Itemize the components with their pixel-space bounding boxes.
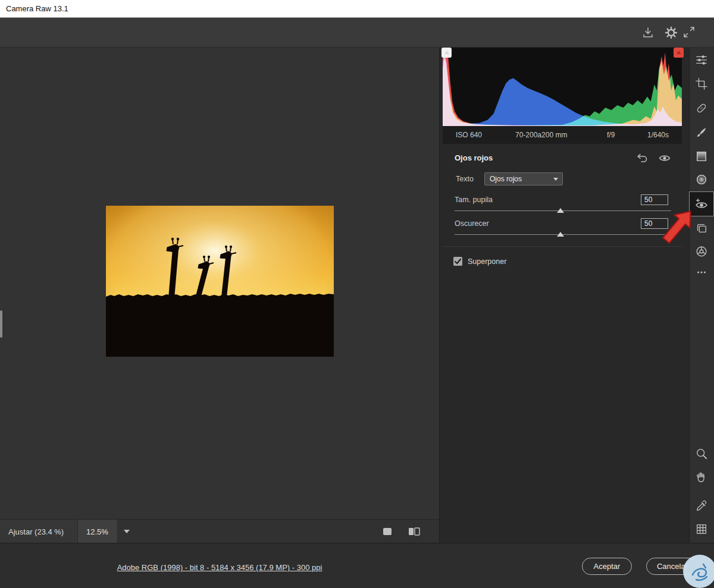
lens-value: 70-200a200 mm <box>515 131 567 139</box>
darken-label: Oscurecer <box>455 219 489 228</box>
chevron-down-icon <box>124 530 130 533</box>
top-toolbar <box>0 18 714 48</box>
shadow-clipping-indicator[interactable] <box>441 48 452 58</box>
texto-label: Texto <box>456 175 474 183</box>
watermark-logo <box>681 552 714 588</box>
pupil-size-slider-thumb[interactable] <box>557 208 564 213</box>
save-image-icon[interactable] <box>641 26 655 40</box>
canvas-status-bar: Ajustar (23.4 %) 12.5% <box>0 519 439 543</box>
current-zoom-tab[interactable]: 12.5% <box>77 520 118 543</box>
redeye-type-dropdown[interactable]: Ojos rojos <box>484 172 563 185</box>
color-sampler-icon[interactable] <box>690 494 713 518</box>
chevron-down-icon <box>553 178 558 181</box>
workflow-options-link[interactable]: Adobe RGB (1998) - bit 8 - 5184 x 3456 (… <box>117 563 322 572</box>
exif-metadata-row: ISO 640 70-200a200 mm f/9 1/640s <box>443 126 682 144</box>
panel-separator <box>443 246 683 247</box>
zoom-dropdown-button[interactable] <box>119 520 134 543</box>
photo-preview[interactable] <box>106 206 334 357</box>
workflow-options[interactable]: Adobe RGB (1998) - bit 8 - 5184 x 3456 (… <box>0 562 439 573</box>
pupil-size-label: Tam. pupila <box>455 196 493 204</box>
sunset-giraffe-photo <box>106 206 334 357</box>
zoom-tool-icon[interactable] <box>690 442 713 466</box>
overlay-checkbox[interactable] <box>453 257 462 266</box>
aperture-value: f/9 <box>607 131 615 139</box>
spot-removal-icon[interactable] <box>690 96 713 120</box>
grid-overlay-icon[interactable] <box>690 517 713 541</box>
window-title: Camera Raw 13.1 <box>6 4 68 13</box>
hand-tool-icon[interactable] <box>690 465 713 489</box>
eye-visibility-icon[interactable] <box>658 153 671 163</box>
undo-icon[interactable] <box>635 152 649 164</box>
panel-title: Ojos rojos <box>455 153 493 162</box>
darken-slider-thumb[interactable] <box>557 232 564 237</box>
camera-raw-window: Camera Raw 13.1 <box>0 0 714 588</box>
color-wheel-icon[interactable] <box>690 240 713 263</box>
single-view-icon[interactable] <box>381 526 393 537</box>
fit-zoom-label: Ajustar (23.4 %) <box>8 527 64 536</box>
radial-filter-icon[interactable] <box>690 168 713 191</box>
edit-sliders-icon[interactable] <box>690 48 713 71</box>
title-bar: Camera Raw 13.1 <box>0 0 714 18</box>
zoom-value: 12.5% <box>86 527 108 536</box>
preferences-gear-icon[interactable] <box>664 26 678 40</box>
fit-zoom-tab[interactable]: Ajustar (23.4 %) <box>0 520 77 543</box>
graduated-filter-icon[interactable] <box>690 144 713 168</box>
histogram[interactable] <box>443 48 682 126</box>
crop-icon[interactable] <box>690 72 713 96</box>
adjustment-brush-icon[interactable] <box>690 121 713 144</box>
pupil-size-value[interactable]: 50 <box>641 194 668 205</box>
red-eye-tool-icon[interactable] <box>690 192 713 216</box>
footer-bar: Adobe RGB (1998) - bit 8 - 5184 x 3456 (… <box>0 543 714 588</box>
before-after-view-icon[interactable] <box>407 526 421 537</box>
presets-icon[interactable] <box>690 216 713 240</box>
highlight-clipping-indicator[interactable] <box>674 48 684 58</box>
iso-value: ISO 640 <box>456 131 482 139</box>
more-options-icon[interactable] <box>690 260 713 284</box>
overlay-label: Superponer <box>468 257 506 266</box>
shutter-value: 1/640s <box>647 131 669 139</box>
darken-value[interactable]: 50 <box>641 218 668 229</box>
accept-button[interactable]: Aceptar <box>582 558 632 575</box>
image-canvas[interactable] <box>0 48 439 519</box>
canvas-scrollbar[interactable] <box>0 310 2 338</box>
toggle-fullscreen-icon[interactable] <box>682 25 696 39</box>
redeye-type-value: Ojos rojos <box>490 175 522 183</box>
